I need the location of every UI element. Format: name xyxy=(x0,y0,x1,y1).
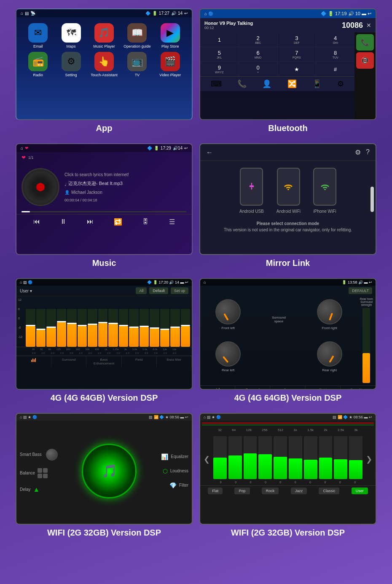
wifi-preset-jazz[interactable]: Jazz xyxy=(291,488,307,494)
default-button[interactable]: Default xyxy=(149,287,168,294)
dsp-tab-surround[interactable]: Surround xyxy=(51,356,86,367)
play-pause-button[interactable]: ⏸ xyxy=(60,218,67,226)
back-arrow-icon[interactable]: ← xyxy=(206,149,213,156)
settings-icon[interactable]: ⚙ xyxy=(355,148,361,156)
app-maps[interactable]: 🗺 Maps xyxy=(56,23,86,48)
eq-slider-14[interactable] xyxy=(170,309,180,347)
wifi-eq-bar-2[interactable] xyxy=(244,436,257,479)
wifi-preset-user[interactable]: User xyxy=(352,488,368,494)
dial-8[interactable]: 8TUV xyxy=(316,47,354,62)
eq-slider-2[interactable] xyxy=(46,309,56,347)
eq-slider-5[interactable] xyxy=(78,309,87,347)
android-wifi-option[interactable]: Android WiFi xyxy=(277,168,301,214)
wifi-preset-flat[interactable]: Flat xyxy=(208,488,223,494)
surround-default-button[interactable]: DEFAULT xyxy=(349,287,372,294)
app-playstore[interactable]: ▶ Play Store xyxy=(156,23,185,48)
delay-icon[interactable]: ▲ xyxy=(33,486,40,493)
rear-left-knob-dial[interactable] xyxy=(215,341,241,367)
equalizer-icon[interactable]: 📊 xyxy=(161,453,168,460)
android-usb-option[interactable]: Android USB xyxy=(239,168,264,214)
eq-slider-1[interactable] xyxy=(36,309,46,347)
dial-2[interactable]: 2ABC xyxy=(239,32,277,47)
iphone-wifi-option[interactable]: iPhone WiFi xyxy=(313,168,336,214)
wifi-preset-classic[interactable]: Classic xyxy=(319,488,339,494)
dial-1[interactable]: 1 xyxy=(200,32,239,47)
dial-star[interactable]: ★ xyxy=(278,62,316,76)
dial-4[interactable]: 4GHI xyxy=(316,32,354,47)
surr-tab-eq[interactable] xyxy=(200,386,235,390)
repeat-button[interactable]: 🔁 xyxy=(114,218,122,226)
smart-bass-knob[interactable] xyxy=(46,449,58,461)
eq-slider-9[interactable] xyxy=(119,309,129,347)
eq-slider-7[interactable] xyxy=(98,309,108,347)
front-left-knob-dial[interactable] xyxy=(215,299,241,324)
prev-nav-button[interactable]: ❮ xyxy=(202,453,212,466)
bt-call-icon[interactable]: 📞 xyxy=(237,79,247,88)
dial-7[interactable]: 7PQRS xyxy=(278,47,316,62)
dsp-tab-eq[interactable] xyxy=(16,356,51,367)
front-right-knob-dial[interactable] xyxy=(317,299,342,324)
dsp-tab-bass[interactable]: BassEnhancement xyxy=(86,356,121,367)
dial-3[interactable]: 3DEF xyxy=(278,32,316,47)
reject-call-button[interactable]: 📵 xyxy=(356,52,374,69)
loudness-icon[interactable]: ⬡ xyxy=(163,468,168,474)
wifi-preset-rock[interactable]: Rock xyxy=(262,488,279,494)
rear-right-knob-dial[interactable] xyxy=(317,341,342,367)
wifi-eq-bar-9[interactable] xyxy=(349,436,362,479)
surr-tab-field[interactable]: Field xyxy=(306,386,341,390)
surr-tab-surround[interactable]: Surround xyxy=(235,386,270,390)
app-touch[interactable]: 👆 Touch-Assistant xyxy=(89,52,119,77)
dial-9[interactable]: 9WXYZ xyxy=(200,62,239,76)
eq-slider-3[interactable] xyxy=(57,309,67,347)
app-radio[interactable]: 📻 Radio xyxy=(23,52,53,77)
app-setting[interactable]: ⚙ Setting xyxy=(56,52,86,77)
next-button[interactable]: ⏭ xyxy=(87,218,94,226)
eq-slider-4[interactable] xyxy=(67,309,77,347)
bt-transfer-icon[interactable]: 🔀 xyxy=(287,79,297,88)
music-progress-bar[interactable] xyxy=(21,211,187,212)
dsp-tab-bassfilter[interactable]: Bass filter xyxy=(157,356,192,367)
app-email[interactable]: ✉ Email xyxy=(23,23,53,48)
all-button[interactable]: All xyxy=(136,287,147,294)
wifi-eq-bar-0[interactable] xyxy=(213,436,227,479)
eq-slider-10[interactable] xyxy=(129,309,139,347)
eq-slider-11[interactable] xyxy=(140,309,149,347)
prev-button[interactable]: ⏮ xyxy=(33,218,40,226)
balance-icon[interactable] xyxy=(38,468,48,478)
wifi-eq-bar-8[interactable] xyxy=(334,436,347,479)
app-video[interactable]: 🎬 Video Player xyxy=(156,52,185,77)
accept-call-button[interactable]: 📞 xyxy=(356,34,374,51)
side-slider[interactable] xyxy=(362,308,370,383)
wifi-eq-bar-1[interactable] xyxy=(228,436,242,479)
wifi-eq-bar-4[interactable] xyxy=(274,436,287,479)
setup-button[interactable]: Set up xyxy=(171,287,188,294)
wifi-eq-bar-3[interactable] xyxy=(258,436,272,479)
bt-keypad-icon[interactable]: ⌨ xyxy=(211,79,222,88)
dial-6[interactable]: 6MNO xyxy=(239,47,277,62)
bt-contacts-icon[interactable]: 👤 xyxy=(262,79,271,88)
delete-icon[interactable]: ✕ xyxy=(366,22,371,29)
bt-phone-icon[interactable]: 📱 xyxy=(312,79,322,88)
wifi-eq-bar-6[interactable] xyxy=(304,436,317,479)
eq-slider-8[interactable] xyxy=(108,309,118,347)
wifi-eq-bar-5[interactable] xyxy=(289,436,302,479)
dial-hash[interactable]: # xyxy=(316,62,354,76)
help-icon[interactable]: ? xyxy=(366,148,370,156)
dial-0[interactable]: 0+ xyxy=(239,62,277,76)
bt-settings-icon[interactable]: ⚙ xyxy=(337,79,344,88)
dial-5[interactable]: 5JKL xyxy=(200,47,239,62)
eq-slider-0[interactable] xyxy=(26,309,35,347)
wifi-preset-pop[interactable]: Pop xyxy=(234,488,250,494)
app-tv[interactable]: 📺 TV xyxy=(122,52,152,77)
filter-icon[interactable]: 💎 xyxy=(169,482,177,489)
next-nav-button[interactable]: ❯ xyxy=(364,453,374,466)
app-opguide[interactable]: 📖 Operation guide xyxy=(122,23,152,48)
eq-slider-6[interactable] xyxy=(88,309,97,347)
eq-slider-12[interactable] xyxy=(150,309,159,347)
eq-slider-15[interactable] xyxy=(181,309,191,347)
dsp-tab-field[interactable]: Field xyxy=(122,356,157,367)
app-music[interactable]: 🎵 Music Player xyxy=(89,23,119,48)
wifi-eq-bar-7[interactable] xyxy=(319,436,333,479)
surr-tab-bassfilter[interactable]: Bass filter xyxy=(341,386,376,390)
eq-slider-13[interactable] xyxy=(160,309,170,347)
